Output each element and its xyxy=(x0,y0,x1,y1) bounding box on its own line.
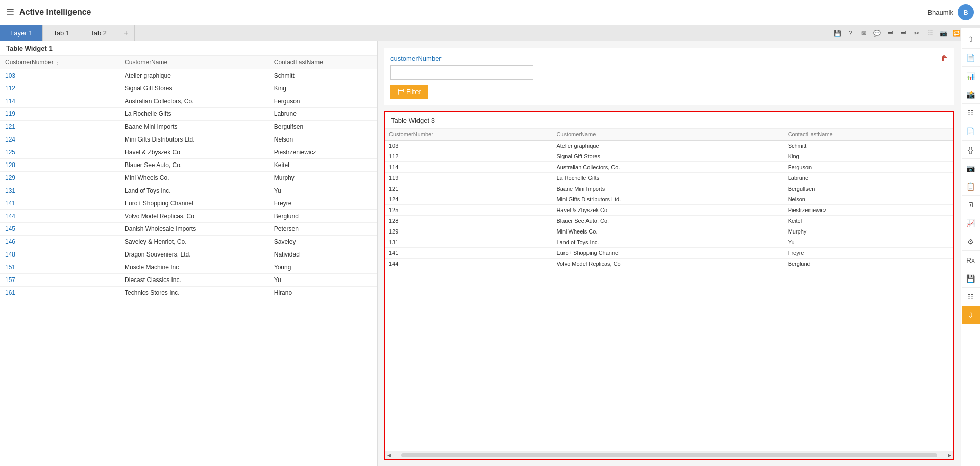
scroll-track[interactable] xyxy=(401,453,937,457)
filter-button-label: Filter xyxy=(406,88,421,96)
tab-tab1[interactable]: Tab 1 xyxy=(43,25,80,41)
header-left: ☰ Active Intelligence xyxy=(6,7,91,18)
table-row[interactable]: 112Signal Gift StoresKing xyxy=(385,151,953,162)
table-row[interactable]: 157Diecast Classics Inc.Yu xyxy=(0,274,377,287)
toolbar-rx-icon[interactable]: Rx xyxy=(962,251,980,269)
table-row[interactable]: 148Dragon Souveniers, Ltd.Natividad xyxy=(0,248,377,261)
toolbar-doc-icon[interactable]: 📄 xyxy=(962,122,980,141)
toolbar-download-icon[interactable]: ⇩ xyxy=(962,306,980,324)
table-row[interactable]: 125Havel & Zbyszek CoPiestrzeniewicz xyxy=(0,146,377,159)
table-row[interactable]: 129Mini Wheels Co.Murphy xyxy=(385,226,953,237)
filter2-icon[interactable]: ⛿ xyxy=(897,27,910,39)
table-row[interactable]: 121Baane Mini ImportsBergulfsen xyxy=(385,183,953,194)
avatar[interactable]: B xyxy=(958,4,974,20)
table-row[interactable]: 114Australian Collectors, Co.Ferguson xyxy=(385,162,953,173)
w3-col-header-contactlastname: ContactLastName xyxy=(784,129,953,141)
scroll-right-arrow[interactable]: ▶ xyxy=(945,453,953,458)
toolbar-layers-icon[interactable]: ⚙ xyxy=(962,232,980,251)
widget3-table: CustomerNumber CustomerName ContactLastN… xyxy=(385,129,953,269)
widget3: Table Widget 3 CustomerNumber CustomerNa… xyxy=(384,111,954,460)
table-row[interactable]: 144Volvo Model Replicas, CoBerglund xyxy=(0,210,377,223)
table-row[interactable]: 119La Rochelle GiftsLabrune xyxy=(385,173,953,183)
toolbar-up-icon[interactable]: ⇧ xyxy=(962,30,980,49)
table-row[interactable]: 129Mini Wheels Co.Murphy xyxy=(0,172,377,184)
left-panel: Table Widget 1 CustomerNumber ⋮ Customer… xyxy=(0,41,378,466)
toolbar-chart-icon[interactable]: 📊 xyxy=(962,67,980,85)
comment-icon[interactable]: 💬 xyxy=(871,27,883,39)
table-row[interactable]: 151Muscle Machine IncYoung xyxy=(0,261,377,274)
toolbar-group-icon[interactable]: 📸 xyxy=(962,85,980,104)
user-name: Bhaumik xyxy=(927,9,953,16)
filter-button[interactable]: ⛿ Filter xyxy=(390,85,428,99)
filter-field-label: customerNumber xyxy=(390,55,442,62)
table-row[interactable]: 103Atelier graphiqueSchmitt xyxy=(385,141,953,151)
table-row[interactable]: 131Land of Toys Inc.Yu xyxy=(385,237,953,248)
table-row[interactable]: 146Saveley & Henriot, Co.Saveley xyxy=(0,236,377,248)
table-icon[interactable]: ☷ xyxy=(924,27,936,39)
widget3-title: Table Widget 3 xyxy=(385,112,953,129)
table-row[interactable]: 141Euro+ Shopping ChannelFreyre xyxy=(0,197,377,210)
toolbar-table-icon[interactable]: 📋 xyxy=(962,177,980,196)
table-row[interactable]: 161Technics Stores Inc.Hirano xyxy=(0,287,377,299)
table-row[interactable]: 145Danish Wholesale ImportsPetersen xyxy=(0,223,377,236)
tab-layer1[interactable]: Layer 1 xyxy=(0,25,43,41)
widget3-table-container[interactable]: CustomerNumber CustomerName ContactLastN… xyxy=(385,129,953,451)
tab-toolbar-icons: 💾 ? ✉ 💬 ⛿ ⛿ ✂ ☷ 📷 🔁 ▶ xyxy=(827,25,980,41)
col-header-customernumber: CustomerNumber ⋮ xyxy=(0,56,119,69)
toolbar-page-icon[interactable]: 📄 xyxy=(962,49,980,67)
image-icon[interactable]: 📷 xyxy=(937,27,949,39)
app-title: Active Intelligence xyxy=(19,8,91,17)
filter-input[interactable] xyxy=(390,65,533,80)
table-row[interactable]: 128Blauer See Auto, Co.Keitel xyxy=(0,159,377,172)
filter-icon[interactable]: ⛿ xyxy=(884,27,896,39)
scroll-left-arrow[interactable]: ◀ xyxy=(385,453,393,458)
table-row[interactable]: 119La Rochelle GiftsLabrune xyxy=(0,108,377,121)
right-panel: customerNumber 🗑 ⛿ Filter Table Widget 3… xyxy=(378,41,961,466)
table-row[interactable]: 131Land of Toys Inc.Yu xyxy=(0,184,377,197)
table-row[interactable]: 121Baane Mini ImportsBergulfsen xyxy=(0,121,377,133)
table-row[interactable]: 124Mini Gifts Distributors Ltd.Nelson xyxy=(0,133,377,146)
table-row[interactable]: 144Volvo Model Replicas, CoBerglund xyxy=(385,259,953,269)
table-row[interactable]: 114Australian Collectors, Co.Ferguson xyxy=(0,95,377,108)
tab-add[interactable]: + xyxy=(117,25,135,41)
toolbar-bracket-icon[interactable]: {} xyxy=(962,141,980,159)
toolbar-image-icon[interactable]: 📷 xyxy=(962,159,980,177)
tab-tab2[interactable]: Tab 2 xyxy=(80,25,117,41)
filter-label-row: customerNumber 🗑 xyxy=(390,54,948,62)
widget1-title: Table Widget 1 xyxy=(0,41,377,56)
delete-filter-icon[interactable]: 🗑 xyxy=(941,54,948,62)
table-row[interactable]: 128Blauer See Auto, Co.Keitel xyxy=(385,216,953,226)
toolbar-save-icon[interactable]: 💾 xyxy=(962,269,980,288)
widget1-table-container[interactable]: CustomerNumber ⋮ CustomerName ContactLas… xyxy=(0,56,377,466)
table-row[interactable]: 125Havel & Zbyszek CoPiestrzeniewicz xyxy=(385,205,953,216)
horizontal-scrollbar[interactable]: ◀ ▶ xyxy=(385,451,953,459)
settings-icon[interactable]: ✂ xyxy=(911,27,923,39)
col-header-contactlastname: ContactLastName xyxy=(269,56,377,69)
right-toolbar: ⇧ 📄 📊 📸 ☷ 📄 {} 📷 📋 🗓 📈 ⚙ Rx 💾 ☷ ⇩ xyxy=(961,28,980,466)
w3-col-header-customernumber: CustomerNumber xyxy=(385,129,552,141)
col-header-customername: CustomerName xyxy=(119,56,269,69)
hamburger-menu-icon[interactable]: ☰ xyxy=(6,7,14,18)
col-drag-icon[interactable]: ⋮ xyxy=(55,60,60,65)
toolbar-export-icon[interactable]: 🗓 xyxy=(962,196,980,214)
save-icon[interactable]: 💾 xyxy=(831,27,843,39)
toolbar-stack-icon[interactable]: ☷ xyxy=(962,288,980,306)
header-right: Bhaumik B xyxy=(927,4,974,20)
table-row[interactable]: 141Euro+ Shopping ChannelFreyre xyxy=(385,248,953,259)
widget1-table: CustomerNumber ⋮ CustomerName ContactLas… xyxy=(0,56,377,299)
filter-section: customerNumber 🗑 ⛿ Filter xyxy=(384,48,954,105)
toolbar-grid-icon[interactable]: ☷ xyxy=(962,104,980,122)
top-header: ☰ Active Intelligence Bhaumik B xyxy=(0,0,980,25)
toolbar-barchart-icon[interactable]: 📈 xyxy=(962,214,980,232)
w3-col-header-customername: CustomerName xyxy=(552,129,783,141)
filter-funnel-icon: ⛿ xyxy=(398,88,404,96)
table-row[interactable]: 124Mini Gifts Distributors Ltd.Nelson xyxy=(385,194,953,205)
table-row[interactable]: 103Atelier graphiqueSchmitt xyxy=(0,69,377,82)
mail-icon[interactable]: ✉ xyxy=(857,27,870,39)
main-content: Table Widget 1 CustomerNumber ⋮ Customer… xyxy=(0,41,961,466)
table-row[interactable]: 112Signal Gift StoresKing xyxy=(0,82,377,95)
help-icon[interactable]: ? xyxy=(844,27,856,39)
